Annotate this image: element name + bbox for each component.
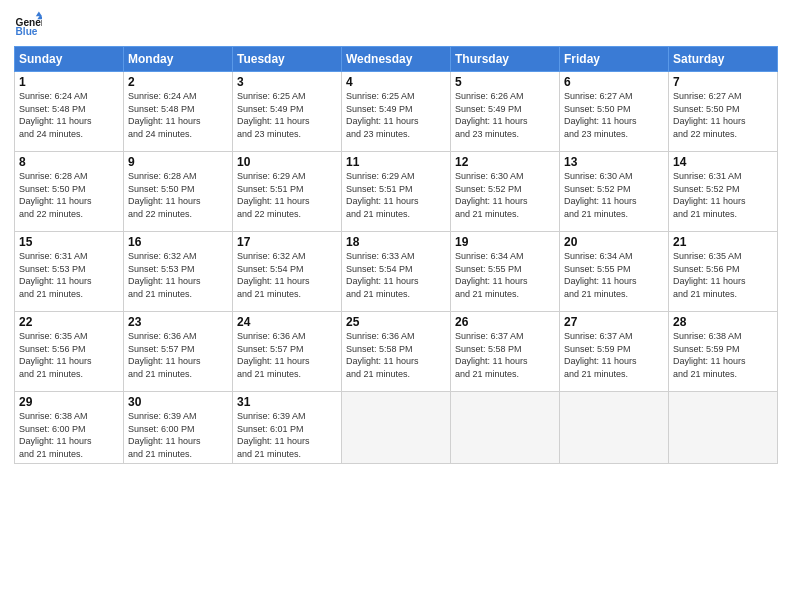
calendar-cell: 5Sunrise: 6:26 AMSunset: 5:49 PMDaylight… — [451, 72, 560, 152]
day-info: Sunrise: 6:32 AMSunset: 5:54 PMDaylight:… — [237, 250, 337, 300]
calendar-cell: 19Sunrise: 6:34 AMSunset: 5:55 PMDayligh… — [451, 232, 560, 312]
calendar-cell: 17Sunrise: 6:32 AMSunset: 5:54 PMDayligh… — [233, 232, 342, 312]
calendar-cell — [560, 392, 669, 464]
day-number: 20 — [564, 235, 664, 249]
weekday-header-friday: Friday — [560, 47, 669, 72]
day-number: 8 — [19, 155, 119, 169]
day-info: Sunrise: 6:27 AMSunset: 5:50 PMDaylight:… — [673, 90, 773, 140]
day-number: 3 — [237, 75, 337, 89]
day-number: 24 — [237, 315, 337, 329]
day-info: Sunrise: 6:27 AMSunset: 5:50 PMDaylight:… — [564, 90, 664, 140]
day-number: 7 — [673, 75, 773, 89]
day-info: Sunrise: 6:34 AMSunset: 5:55 PMDaylight:… — [455, 250, 555, 300]
day-info: Sunrise: 6:38 AMSunset: 5:59 PMDaylight:… — [673, 330, 773, 380]
day-info: Sunrise: 6:28 AMSunset: 5:50 PMDaylight:… — [128, 170, 228, 220]
day-info: Sunrise: 6:25 AMSunset: 5:49 PMDaylight:… — [237, 90, 337, 140]
calendar-cell: 25Sunrise: 6:36 AMSunset: 5:58 PMDayligh… — [342, 312, 451, 392]
day-number: 22 — [19, 315, 119, 329]
calendar-cell: 3Sunrise: 6:25 AMSunset: 5:49 PMDaylight… — [233, 72, 342, 152]
day-info: Sunrise: 6:24 AMSunset: 5:48 PMDaylight:… — [19, 90, 119, 140]
day-info: Sunrise: 6:39 AMSunset: 6:00 PMDaylight:… — [128, 410, 228, 460]
calendar-cell: 2Sunrise: 6:24 AMSunset: 5:48 PMDaylight… — [124, 72, 233, 152]
calendar-cell — [669, 392, 778, 464]
weekday-header-saturday: Saturday — [669, 47, 778, 72]
day-number: 25 — [346, 315, 446, 329]
calendar-cell: 13Sunrise: 6:30 AMSunset: 5:52 PMDayligh… — [560, 152, 669, 232]
calendar-cell: 29Sunrise: 6:38 AMSunset: 6:00 PMDayligh… — [15, 392, 124, 464]
calendar-cell: 28Sunrise: 6:38 AMSunset: 5:59 PMDayligh… — [669, 312, 778, 392]
calendar-cell: 22Sunrise: 6:35 AMSunset: 5:56 PMDayligh… — [15, 312, 124, 392]
header: General Blue — [14, 10, 778, 38]
day-number: 28 — [673, 315, 773, 329]
calendar-cell: 9Sunrise: 6:28 AMSunset: 5:50 PMDaylight… — [124, 152, 233, 232]
calendar-cell: 23Sunrise: 6:36 AMSunset: 5:57 PMDayligh… — [124, 312, 233, 392]
calendar-table: SundayMondayTuesdayWednesdayThursdayFrid… — [14, 46, 778, 464]
day-info: Sunrise: 6:25 AMSunset: 5:49 PMDaylight:… — [346, 90, 446, 140]
calendar-cell: 16Sunrise: 6:32 AMSunset: 5:53 PMDayligh… — [124, 232, 233, 312]
calendar-cell: 20Sunrise: 6:34 AMSunset: 5:55 PMDayligh… — [560, 232, 669, 312]
day-info: Sunrise: 6:30 AMSunset: 5:52 PMDaylight:… — [564, 170, 664, 220]
calendar-cell: 7Sunrise: 6:27 AMSunset: 5:50 PMDaylight… — [669, 72, 778, 152]
day-info: Sunrise: 6:30 AMSunset: 5:52 PMDaylight:… — [455, 170, 555, 220]
day-info: Sunrise: 6:36 AMSunset: 5:58 PMDaylight:… — [346, 330, 446, 380]
weekday-header-thursday: Thursday — [451, 47, 560, 72]
day-number: 13 — [564, 155, 664, 169]
day-number: 4 — [346, 75, 446, 89]
weekday-header-sunday: Sunday — [15, 47, 124, 72]
day-number: 16 — [128, 235, 228, 249]
weekday-header-monday: Monday — [124, 47, 233, 72]
day-info: Sunrise: 6:33 AMSunset: 5:54 PMDaylight:… — [346, 250, 446, 300]
calendar-cell: 6Sunrise: 6:27 AMSunset: 5:50 PMDaylight… — [560, 72, 669, 152]
day-info: Sunrise: 6:31 AMSunset: 5:53 PMDaylight:… — [19, 250, 119, 300]
day-number: 29 — [19, 395, 119, 409]
calendar-cell — [342, 392, 451, 464]
day-number: 10 — [237, 155, 337, 169]
day-number: 21 — [673, 235, 773, 249]
day-number: 23 — [128, 315, 228, 329]
calendar-cell: 15Sunrise: 6:31 AMSunset: 5:53 PMDayligh… — [15, 232, 124, 312]
day-info: Sunrise: 6:37 AMSunset: 5:59 PMDaylight:… — [564, 330, 664, 380]
day-info: Sunrise: 6:36 AMSunset: 5:57 PMDaylight:… — [237, 330, 337, 380]
logo-icon: General Blue — [14, 10, 42, 38]
day-info: Sunrise: 6:29 AMSunset: 5:51 PMDaylight:… — [346, 170, 446, 220]
day-number: 17 — [237, 235, 337, 249]
day-info: Sunrise: 6:35 AMSunset: 5:56 PMDaylight:… — [19, 330, 119, 380]
day-number: 6 — [564, 75, 664, 89]
day-number: 12 — [455, 155, 555, 169]
calendar-cell: 21Sunrise: 6:35 AMSunset: 5:56 PMDayligh… — [669, 232, 778, 312]
svg-marker-2 — [36, 12, 42, 17]
day-info: Sunrise: 6:35 AMSunset: 5:56 PMDaylight:… — [673, 250, 773, 300]
logo: General Blue — [14, 10, 42, 38]
day-info: Sunrise: 6:26 AMSunset: 5:49 PMDaylight:… — [455, 90, 555, 140]
weekday-header-tuesday: Tuesday — [233, 47, 342, 72]
day-info: Sunrise: 6:38 AMSunset: 6:00 PMDaylight:… — [19, 410, 119, 460]
day-info: Sunrise: 6:24 AMSunset: 5:48 PMDaylight:… — [128, 90, 228, 140]
day-info: Sunrise: 6:36 AMSunset: 5:57 PMDaylight:… — [128, 330, 228, 380]
day-number: 11 — [346, 155, 446, 169]
day-number: 18 — [346, 235, 446, 249]
calendar-cell: 24Sunrise: 6:36 AMSunset: 5:57 PMDayligh… — [233, 312, 342, 392]
day-number: 31 — [237, 395, 337, 409]
day-info: Sunrise: 6:34 AMSunset: 5:55 PMDaylight:… — [564, 250, 664, 300]
calendar-cell: 4Sunrise: 6:25 AMSunset: 5:49 PMDaylight… — [342, 72, 451, 152]
day-info: Sunrise: 6:32 AMSunset: 5:53 PMDaylight:… — [128, 250, 228, 300]
day-info: Sunrise: 6:37 AMSunset: 5:58 PMDaylight:… — [455, 330, 555, 380]
calendar-cell: 31Sunrise: 6:39 AMSunset: 6:01 PMDayligh… — [233, 392, 342, 464]
calendar-cell: 8Sunrise: 6:28 AMSunset: 5:50 PMDaylight… — [15, 152, 124, 232]
day-number: 26 — [455, 315, 555, 329]
calendar-cell — [451, 392, 560, 464]
day-number: 9 — [128, 155, 228, 169]
calendar-cell: 26Sunrise: 6:37 AMSunset: 5:58 PMDayligh… — [451, 312, 560, 392]
day-number: 1 — [19, 75, 119, 89]
weekday-header-wednesday: Wednesday — [342, 47, 451, 72]
calendar-cell: 18Sunrise: 6:33 AMSunset: 5:54 PMDayligh… — [342, 232, 451, 312]
day-info: Sunrise: 6:31 AMSunset: 5:52 PMDaylight:… — [673, 170, 773, 220]
calendar-cell: 14Sunrise: 6:31 AMSunset: 5:52 PMDayligh… — [669, 152, 778, 232]
calendar-cell: 12Sunrise: 6:30 AMSunset: 5:52 PMDayligh… — [451, 152, 560, 232]
day-info: Sunrise: 6:39 AMSunset: 6:01 PMDaylight:… — [237, 410, 337, 460]
day-info: Sunrise: 6:29 AMSunset: 5:51 PMDaylight:… — [237, 170, 337, 220]
calendar-cell: 30Sunrise: 6:39 AMSunset: 6:00 PMDayligh… — [124, 392, 233, 464]
day-number: 5 — [455, 75, 555, 89]
day-number: 14 — [673, 155, 773, 169]
day-number: 15 — [19, 235, 119, 249]
